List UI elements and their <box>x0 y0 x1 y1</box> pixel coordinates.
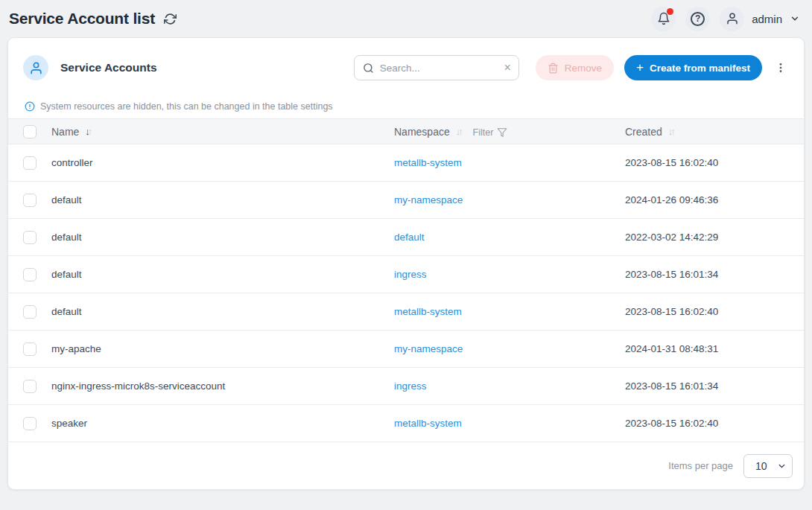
user-icon <box>726 12 739 25</box>
card-header: Service Accounts × <box>8 38 804 80</box>
avatar <box>720 7 744 31</box>
topbar: Service Account list ? <box>0 0 812 37</box>
items-per-page-label: Items per page <box>668 460 733 471</box>
column-namespace-label: Namespace <box>394 126 450 138</box>
table-row: default ingress 2023-08-15 16:01:34 <box>8 256 804 293</box>
sort-icon-name: ↓↑ <box>85 126 90 137</box>
info-banner: System resources are hidden, this can be… <box>8 80 804 118</box>
service-accounts-icon <box>23 55 48 80</box>
row-checkbox[interactable] <box>23 342 37 356</box>
row-checkbox[interactable] <box>23 305 37 319</box>
service-account-name: default <box>44 269 394 280</box>
service-accounts-card: Service Accounts × <box>7 37 805 490</box>
created-timestamp: 2023-08-15 16:01:34 <box>625 380 804 392</box>
created-timestamp: 2023-08-15 16:02:40 <box>625 418 804 429</box>
service-account-name: speaker <box>44 418 394 429</box>
created-timestamp: 2023-08-15 16:02:40 <box>625 306 804 317</box>
clear-search-icon[interactable]: × <box>504 62 510 74</box>
select-all-checkbox[interactable] <box>23 125 37 138</box>
table-row: controller metallb-system 2023-08-15 16:… <box>8 144 804 182</box>
refresh-button[interactable] <box>162 11 178 27</box>
column-name-label: Name <box>51 126 79 138</box>
table-row: default default 2022-03-02 14:42:29 <box>8 219 804 256</box>
page-size-select[interactable]: 10 <box>743 454 793 478</box>
service-account-name: my-apache <box>44 343 394 354</box>
user-name: admin <box>752 13 782 25</box>
filter-label: Filter <box>473 127 494 138</box>
kebab-menu-button[interactable] <box>773 60 789 75</box>
sort-icon-namespace: ↓↑ <box>456 126 461 137</box>
table-footer: Items per page 10 <box>8 442 804 489</box>
refresh-icon <box>164 13 177 25</box>
service-account-name: controller <box>44 157 394 168</box>
service-account-name: default <box>44 306 394 317</box>
sort-icon-created: ↓↑ <box>668 126 673 137</box>
info-icon <box>25 101 35 112</box>
notifications-button[interactable] <box>651 7 676 31</box>
namespace-link[interactable]: metallb-system <box>394 418 462 429</box>
row-checkbox[interactable] <box>23 231 37 244</box>
search-input[interactable] <box>380 63 498 74</box>
column-header-created[interactable]: Created ↓↑ <box>625 126 673 138</box>
notification-badge <box>667 8 673 15</box>
table-row: default my-namespace 2024-01-26 09:46:36 <box>8 182 804 219</box>
user-menu[interactable]: admin <box>720 7 800 31</box>
created-timestamp: 2022-03-02 14:42:29 <box>625 232 804 243</box>
funnel-icon <box>497 127 507 138</box>
remove-button[interactable]: Remove <box>536 55 614 80</box>
row-checkbox[interactable] <box>23 380 37 393</box>
created-timestamp: 2023-08-15 16:01:34 <box>625 269 804 280</box>
column-header-name[interactable]: Name ↓↑ <box>51 126 90 138</box>
help-button[interactable]: ? <box>685 7 710 31</box>
column-created-label: Created <box>625 126 662 138</box>
table-row: nginx-ingress-microk8s-serviceaccount in… <box>8 368 804 405</box>
table-header: Name ↓↑ Namespace ↓↑ Filter Created ↓ <box>8 118 804 144</box>
namespace-link[interactable]: metallb-system <box>394 157 462 168</box>
trash-icon <box>548 63 559 74</box>
service-account-name: default <box>44 232 394 243</box>
page-size-select-wrap: 10 <box>743 454 793 478</box>
row-checkbox[interactable] <box>23 194 37 207</box>
column-header-namespace[interactable]: Namespace ↓↑ <box>394 126 461 138</box>
help-icon: ? <box>691 12 705 26</box>
remove-button-label: Remove <box>565 63 602 74</box>
card-title: Service Accounts <box>60 61 157 74</box>
service-account-name: nginx-ingress-microk8s-serviceaccount <box>44 380 394 392</box>
created-timestamp: 2023-08-15 16:02:40 <box>625 157 804 168</box>
create-button-label: Create from manifest <box>650 63 750 74</box>
created-timestamp: 2024-01-26 09:46:36 <box>625 194 804 205</box>
row-checkbox[interactable] <box>23 156 37 170</box>
search-box: × <box>354 55 519 80</box>
plus-icon: + <box>636 61 644 74</box>
created-timestamp: 2024-01-31 08:48:31 <box>625 343 804 354</box>
namespace-link[interactable]: my-namespace <box>394 194 463 205</box>
info-text: System resources are hidden, this can be… <box>40 101 333 112</box>
namespace-link[interactable]: metallb-system <box>394 306 462 317</box>
row-checkbox[interactable] <box>23 417 37 430</box>
table-body: controller metallb-system 2023-08-15 16:… <box>8 144 804 442</box>
page-title: Service Account list <box>9 10 155 28</box>
namespace-link[interactable]: my-namespace <box>394 343 463 354</box>
service-account-name: default <box>44 194 394 205</box>
row-checkbox[interactable] <box>23 268 37 281</box>
table-row: speaker metallb-system 2023-08-15 16:02:… <box>8 405 804 442</box>
namespace-link[interactable]: ingress <box>394 380 427 392</box>
create-from-manifest-button[interactable]: + Create from manifest <box>624 55 762 80</box>
search-icon <box>363 63 374 74</box>
namespace-link[interactable]: ingress <box>394 269 427 280</box>
table-row: default metallb-system 2023-08-15 16:02:… <box>8 293 804 331</box>
chevron-down-icon <box>790 13 800 24</box>
namespace-filter-button[interactable]: Filter <box>473 127 508 138</box>
namespace-link[interactable]: default <box>394 232 425 243</box>
table-row: my-apache my-namespace 2024-01-31 08:48:… <box>8 331 804 368</box>
